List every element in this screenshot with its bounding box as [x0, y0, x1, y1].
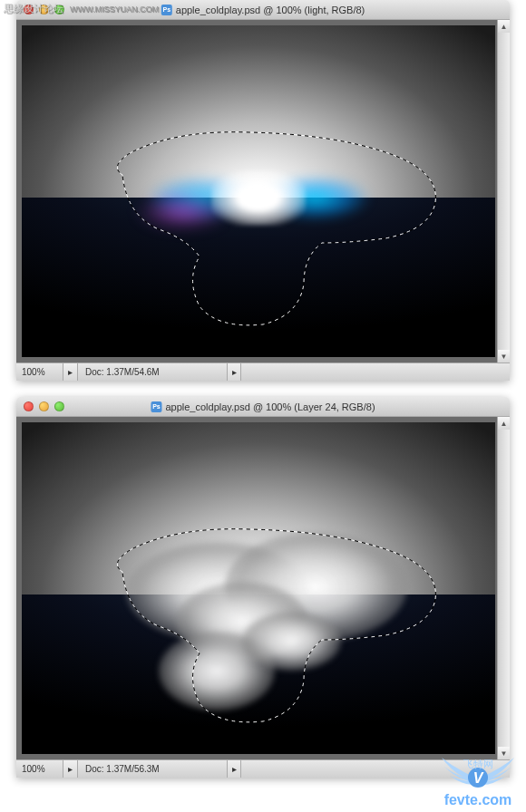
- photoshop-window-2: Ps apple_coldplay.psd @ 100% (Layer 24, …: [16, 397, 510, 778]
- status-bar: 100% ▸ Doc: 1.37M/54.6M ▸: [16, 362, 510, 381]
- window-title: Ps apple_coldplay.psd @ 100% (light, RGB…: [161, 5, 365, 15]
- watermark-url: WWW.MISSYUAN.COM: [70, 5, 159, 14]
- photoshop-window-1: Ps apple_coldplay.psd @ 100% (light, RGB…: [16, 0, 510, 381]
- wings-logo-icon: V 飞特网: [437, 750, 519, 796]
- window-title: Ps apple_coldplay.psd @ 100% (Layer 24, …: [151, 401, 375, 412]
- top-watermark: 思缘设计论坛 WWW.MISSYUAN.COM: [4, 2, 159, 15]
- traffic-lights: [24, 401, 64, 411]
- status-menu-icon[interactable]: ▸: [63, 363, 78, 381]
- status-menu-icon[interactable]: ▸: [63, 760, 78, 778]
- brand-cn-label: 飞特网: [463, 758, 493, 771]
- scroll-up-icon[interactable]: ▲: [498, 20, 510, 33]
- sky-gradient: [22, 25, 495, 198]
- zoom-field[interactable]: 100%: [16, 363, 63, 381]
- zoom-field[interactable]: 100%: [16, 760, 63, 778]
- watermark-text: 思缘设计论坛: [4, 3, 63, 14]
- document-canvas[interactable]: [22, 25, 495, 357]
- svg-text:V: V: [473, 770, 484, 786]
- titlebar[interactable]: Ps apple_coldplay.psd @ 100% (Layer 24, …: [16, 397, 510, 417]
- doc-info[interactable]: Doc: 1.37M/54.6M: [78, 367, 227, 377]
- scroll-up-icon[interactable]: ▲: [498, 417, 510, 430]
- canvas-area[interactable]: ▲ ▼: [16, 417, 510, 759]
- close-button[interactable]: [24, 401, 34, 411]
- maximize-button[interactable]: [54, 401, 64, 411]
- status-bar: 100% ▸ Doc: 1.37M/56.3M ▸: [16, 759, 510, 778]
- vertical-scrollbar[interactable]: ▲ ▼: [497, 20, 510, 362]
- photoshop-doc-icon: Ps: [151, 401, 161, 412]
- minimize-button[interactable]: [39, 401, 49, 411]
- cloud-layer: [93, 522, 424, 721]
- vertical-scrollbar[interactable]: ▲ ▼: [497, 417, 510, 759]
- photoshop-doc-icon: Ps: [161, 5, 172, 15]
- scroll-down-icon[interactable]: ▼: [498, 350, 510, 362]
- ground-gradient: [22, 198, 495, 357]
- doc-info[interactable]: Doc: 1.37M/56.3M: [78, 764, 227, 774]
- title-label: apple_coldplay.psd @ 100% (light, RGB/8): [176, 5, 365, 15]
- status-play-icon[interactable]: ▸: [227, 760, 241, 778]
- bottom-watermark: V 飞特网 fevte.com: [437, 750, 519, 808]
- title-label: apple_coldplay.psd @ 100% (Layer 24, RGB…: [165, 401, 375, 412]
- canvas-area[interactable]: ▲ ▼: [16, 20, 510, 362]
- document-canvas[interactable]: [22, 422, 495, 754]
- status-play-icon[interactable]: ▸: [227, 363, 241, 381]
